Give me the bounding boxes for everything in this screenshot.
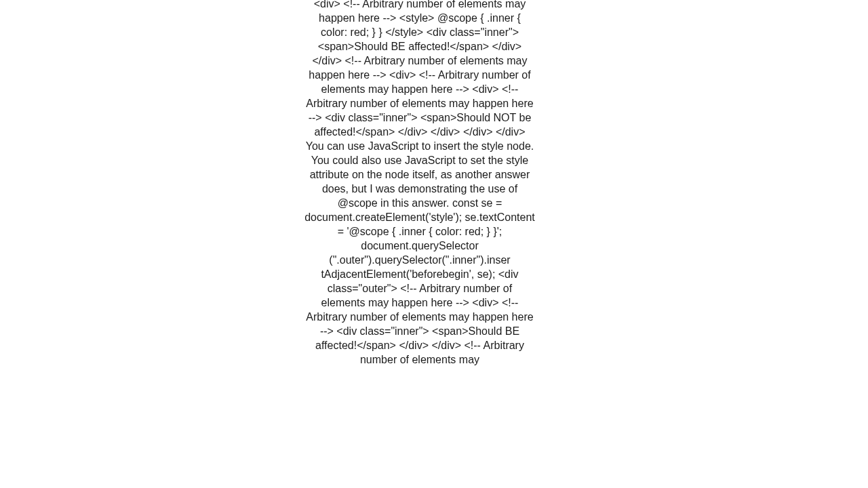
mixed-code-prose-text: <div> <!-- Arbitrary number of elements … xyxy=(304,0,535,367)
text-content-column: <div> <!-- Arbitrary number of elements … xyxy=(304,0,535,367)
